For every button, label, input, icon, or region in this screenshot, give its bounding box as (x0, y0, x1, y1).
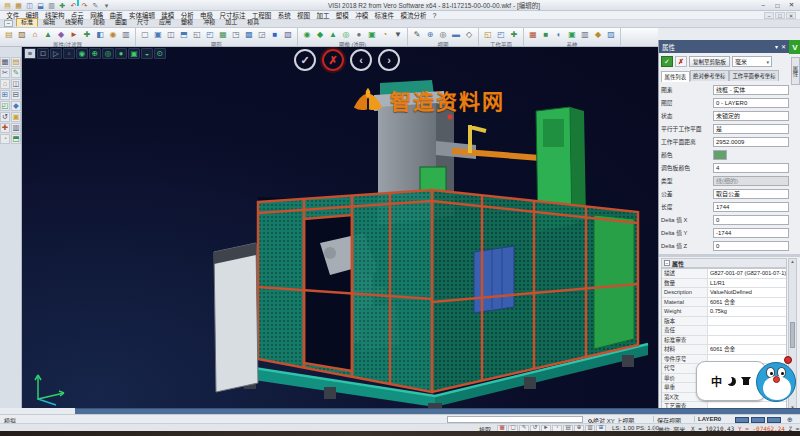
viewport-toolbar-icon[interactable]: ≡ (24, 48, 36, 59)
viewport-nav-button[interactable]: ✗ (322, 49, 344, 71)
attribute-row[interactable]: 数量 L1/R1 (662, 279, 786, 289)
viewport-toolbar-icon[interactable]: ▣ (128, 48, 140, 59)
quick-access-icon[interactable]: ▥ (47, 1, 56, 10)
command-input[interactable] (447, 416, 583, 423)
toolbar-icon[interactable]: ◉ (301, 29, 313, 40)
toolbar-icon[interactable]: ⊕ (424, 29, 436, 40)
property-value[interactable] (713, 150, 727, 160)
toolbar-icon[interactable]: ✎ (411, 29, 423, 40)
viewport-toolbar-icon[interactable]: ▷ (50, 48, 62, 59)
left-toolbar-icon[interactable]: ↺ (0, 112, 10, 122)
viewport-toolbar-icon[interactable]: ⊙ (154, 48, 166, 59)
toolbar-icon[interactable]: ▲ (327, 29, 339, 40)
toolbar-icon[interactable]: ⬒ (178, 29, 190, 40)
discard-button[interactable]: ✗ (675, 56, 687, 67)
left-toolbar-icon[interactable]: ⌂ (0, 79, 10, 89)
ribbon-tab[interactable]: 应用 (154, 18, 176, 28)
property-value[interactable]: 0 (713, 215, 789, 225)
panel-tab[interactable]: 绝对参考坐标 (690, 70, 729, 81)
toolbar-icon[interactable]: ◰ (204, 29, 216, 40)
panel-header[interactable]: 属性 ▾ ✕ (659, 40, 789, 53)
ribbon-tab[interactable]: 线架构 (60, 18, 88, 28)
viewport-toolbar-icon[interactable]: ◒ (141, 48, 153, 59)
left-toolbar-icon[interactable]: ⬒ (11, 134, 21, 144)
viewport-toolbar-icon[interactable]: ◉ (76, 48, 88, 59)
left-toolbar-icon[interactable]: ◔ (0, 134, 10, 144)
toolbar-icon[interactable]: ◆ (55, 29, 67, 40)
menu-item[interactable]: 加工 (313, 11, 332, 20)
left-toolbar-icon[interactable]: ✚ (0, 123, 10, 133)
property-value[interactable]: 2952.0009 (713, 137, 789, 147)
color-swatch[interactable] (767, 417, 781, 423)
toolbar-icon[interactable]: ◰ (495, 29, 507, 40)
property-value[interactable]: -1744 (713, 228, 789, 238)
unit-dropdown[interactable]: 毫米 ▾ (732, 56, 772, 67)
viewport-toolbar-icon[interactable]: ▫ (63, 48, 75, 59)
attribute-row[interactable]: Weight 0.75kg (662, 307, 786, 317)
toolbar-icon[interactable]: ◲ (256, 29, 268, 40)
maximize-button[interactable]: □ (771, 1, 784, 10)
toolbar-icon[interactable]: ▬ (450, 29, 462, 40)
property-value[interactable]: 取自公差 (713, 189, 789, 199)
left-toolbar-icon[interactable]: ✎ (11, 68, 21, 78)
color-swatch[interactable] (735, 417, 749, 423)
quick-access-icon[interactable]: ▾ (102, 1, 111, 10)
quick-access-icon[interactable]: ▦ (14, 1, 23, 10)
toolbar-icon[interactable]: ► (68, 29, 80, 40)
toolbar-icon[interactable]: ■ (269, 29, 281, 40)
attribute-row[interactable]: 责任 (662, 326, 786, 336)
scroll-up-icon[interactable]: ▲ (790, 259, 794, 264)
toolbar-icon[interactable]: ◱ (482, 29, 494, 40)
toolbar-icon[interactable]: ▼ (392, 29, 404, 40)
panel-side-tab[interactable]: 属性 (791, 57, 800, 85)
ribbon-tab[interactable]: 塑模 (176, 18, 198, 28)
copy-to-clipboard-button[interactable]: 复制至剪贴板 (689, 56, 730, 67)
toolbar-icon[interactable]: ◱ (191, 29, 203, 40)
toolbar-icon[interactable]: ▲ (42, 29, 54, 40)
ribbon-tab[interactable]: 尺寸 (132, 18, 154, 28)
toolbar-icon[interactable]: ◆ (314, 29, 326, 40)
toolbar-icon[interactable]: ◧ (94, 29, 106, 40)
toolbar-icon[interactable]: ■ (540, 29, 552, 40)
panel-divider[interactable] (659, 254, 800, 257)
toolbar-icon[interactable]: ▣ (366, 29, 378, 40)
ribbon-tab[interactable]: 模具 (242, 18, 264, 28)
toolbar-icon[interactable]: ✚ (508, 29, 520, 40)
left-toolbar-icon[interactable]: ◫ (11, 79, 21, 89)
menu-item[interactable]: 标准件 (371, 11, 397, 20)
viewport-toolbar-icon[interactable]: ◎ (102, 48, 114, 59)
toolbar-icon[interactable]: ▩ (243, 29, 255, 40)
quick-access-icon[interactable]: ▤ (3, 1, 12, 10)
viewport-toolbar-icon[interactable]: ⊕ (89, 48, 101, 59)
property-value[interactable]: 线(细的) (713, 176, 789, 186)
attribute-row[interactable]: Description ValueNotDefined (662, 288, 786, 298)
quick-access-icon[interactable]: ⬓ (36, 1, 45, 10)
ribbon-tab[interactable]: 冲模 (198, 18, 220, 28)
apply-button[interactable]: ✓ (661, 56, 673, 67)
viewport-nav-button[interactable]: ‹ (350, 49, 372, 71)
quick-access-icon[interactable]: ✎ (91, 1, 100, 10)
toolbar-icon[interactable]: ▥ (579, 29, 591, 40)
toolbar-icon[interactable]: ◐ (553, 29, 565, 40)
attribute-row[interactable]: 材料 6061 合金 (662, 345, 786, 355)
property-value[interactable]: 线框 - 实体 (713, 85, 789, 95)
toolbar-icon[interactable]: ◎ (437, 29, 449, 40)
toolbar-icon[interactable]: ◎ (340, 29, 352, 40)
toolbar-icon[interactable]: ◇ (463, 29, 475, 40)
child-close-button[interactable]: ✕ (786, 12, 796, 19)
child-minimize-button[interactable]: − (764, 12, 774, 19)
ribbon-tab[interactable]: 曲面 (110, 18, 132, 28)
toolbar-icon[interactable]: ▣ (152, 29, 164, 40)
toolbar-icon[interactable]: ▢ (139, 29, 151, 40)
left-toolbar-icon[interactable]: ▤ (11, 57, 21, 67)
menu-item[interactable]: 模流分析 (397, 11, 429, 20)
minimize-button[interactable]: − (757, 1, 770, 10)
viewport-nav-button[interactable]: ✓ (294, 49, 316, 71)
child-restore-button[interactable]: □ (775, 12, 785, 19)
collapse-icon[interactable]: − (664, 260, 670, 266)
viewport-nav-button[interactable]: › (378, 49, 400, 71)
scrollbar-thumb[interactable] (790, 322, 795, 348)
panel-close-icon[interactable]: ✕ (781, 43, 786, 50)
toolbar-icon[interactable]: ◉ (107, 29, 119, 40)
left-toolbar-icon[interactable]: ◆ (11, 101, 21, 111)
